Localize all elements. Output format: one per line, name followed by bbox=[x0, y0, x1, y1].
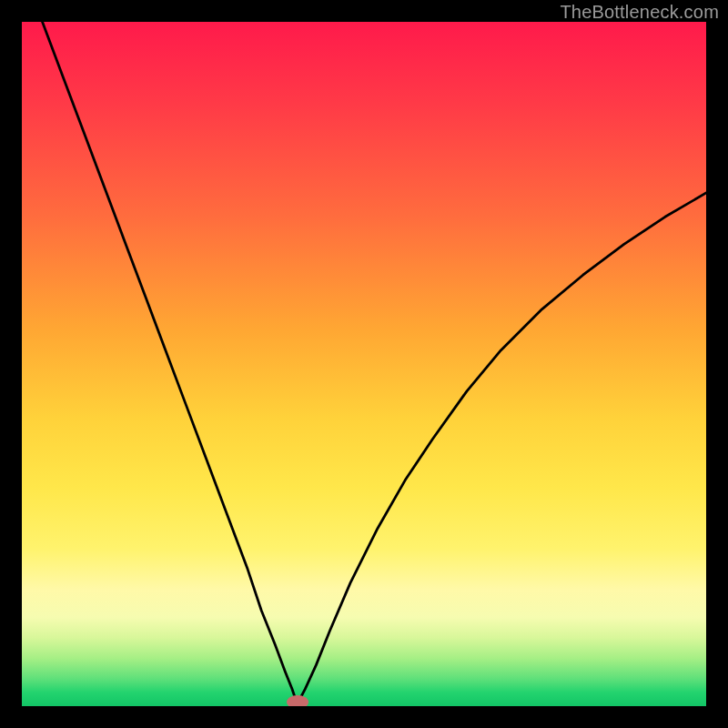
curve-layer bbox=[22, 22, 706, 706]
chart-frame: TheBottleneck.com bbox=[0, 0, 728, 728]
bottleneck-curve bbox=[43, 22, 706, 699]
plot-area bbox=[22, 22, 706, 706]
watermark-text: TheBottleneck.com bbox=[560, 2, 719, 23]
minimum-marker bbox=[287, 695, 308, 706]
